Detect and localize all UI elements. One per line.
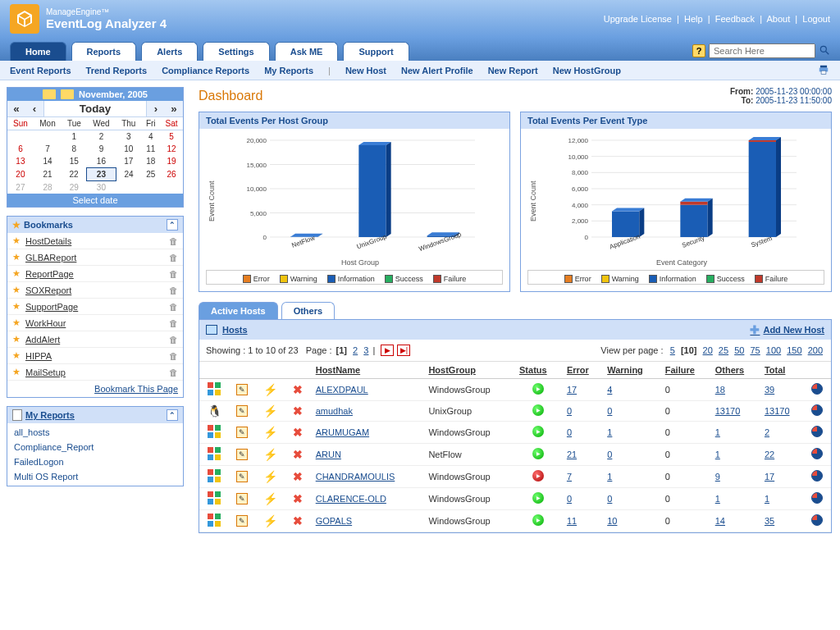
delete-icon[interactable]: ✖	[293, 404, 303, 418]
warning-count[interactable]: 1	[607, 427, 612, 437]
cal-day[interactable]: 8	[62, 143, 87, 155]
cal-day[interactable]: 10	[116, 143, 141, 155]
edit-icon[interactable]: ✎	[236, 515, 248, 527]
tab-reports[interactable]: Reports	[71, 42, 137, 61]
subnav-event-reports[interactable]: Event Reports	[10, 66, 71, 75]
total-count[interactable]: 2	[765, 427, 769, 437]
tab-support[interactable]: Support	[343, 42, 409, 61]
pie-icon[interactable]	[811, 383, 823, 395]
col-hostgroup[interactable]: HostGroup	[428, 365, 475, 375]
host-link[interactable]: CLARENCE-OLD	[316, 494, 386, 504]
cal-next[interactable]: ›	[147, 101, 165, 116]
page-link[interactable]: 3	[363, 345, 368, 355]
bolt-icon[interactable]: ⚡	[263, 448, 277, 461]
cal-day[interactable]: 24	[116, 168, 141, 181]
subnav-new-host[interactable]: New Host	[345, 66, 386, 75]
cal-day[interactable]: 21	[34, 168, 62, 181]
subnav-my-reports[interactable]: My Reports	[264, 66, 313, 75]
view-option[interactable]: 50	[734, 345, 744, 355]
search-input[interactable]	[709, 43, 815, 58]
search-icon[interactable]	[819, 44, 830, 57]
last-page-icon[interactable]: ▶|	[397, 345, 410, 356]
cal-day[interactable]: 5	[160, 130, 183, 144]
cal-day[interactable]	[7, 130, 34, 144]
top-link-about[interactable]: About	[767, 14, 791, 24]
bookmark-link-hostdetails[interactable]: HostDetails	[25, 236, 169, 246]
subnav-compliance-reports[interactable]: Compliance Reports	[162, 66, 249, 75]
cal-day[interactable]: 17	[116, 155, 141, 168]
trash-icon[interactable]: 🗑	[169, 302, 178, 312]
warning-count[interactable]: 10	[607, 516, 617, 526]
collapse-icon[interactable]: ⌃	[167, 409, 178, 421]
cal-first[interactable]: «	[7, 101, 25, 116]
bookmark-link-reportpage[interactable]: ReportPage	[25, 269, 169, 279]
bolt-icon[interactable]: ⚡	[263, 492, 277, 505]
error-count[interactable]: 11	[567, 516, 577, 526]
total-count[interactable]: 22	[765, 450, 774, 459]
trash-icon[interactable]: 🗑	[169, 318, 178, 328]
report-link-failedlogon[interactable]: FailedLogon	[7, 454, 183, 469]
report-link-all_hosts[interactable]: all_hosts	[7, 425, 183, 440]
view-option[interactable]: 5	[670, 345, 675, 355]
cal-day[interactable]: 1	[62, 130, 87, 144]
col-error[interactable]: Error	[567, 365, 589, 375]
report-link-multi-os-report[interactable]: Multi OS Report	[7, 469, 183, 484]
warning-count[interactable]: 0	[607, 494, 612, 504]
trash-icon[interactable]: 🗑	[169, 253, 178, 262]
cal-day[interactable]: 9	[87, 143, 116, 155]
cal-day[interactable]	[160, 181, 183, 194]
cal-day[interactable]: 19	[160, 155, 183, 168]
cal-day[interactable]: 30	[87, 181, 116, 194]
bolt-icon[interactable]: ⚡	[263, 426, 277, 439]
bookmark-link-hippa[interactable]: HIPPA	[25, 351, 169, 361]
cal-day[interactable]	[116, 181, 141, 194]
edit-icon[interactable]: ✎	[236, 471, 248, 482]
delete-icon[interactable]: ✖	[293, 470, 303, 483]
others-count[interactable]: 1	[715, 494, 720, 504]
cal-today[interactable]: Today	[43, 101, 147, 116]
pie-icon[interactable]	[811, 404, 823, 416]
cal-day[interactable]: 20	[7, 168, 34, 181]
cal-prev[interactable]: ‹	[25, 101, 43, 116]
bolt-icon[interactable]: ⚡	[263, 470, 277, 483]
edit-icon[interactable]: ✎	[236, 493, 248, 504]
delete-icon[interactable]: ✖	[293, 448, 303, 461]
col-total[interactable]: Total	[765, 365, 785, 375]
delete-icon[interactable]: ✖	[293, 383, 303, 396]
others-count[interactable]: 9	[715, 472, 720, 482]
bolt-icon[interactable]: ⚡	[263, 514, 277, 527]
collapse-icon[interactable]: ⌃	[167, 219, 178, 231]
error-count[interactable]: 17	[567, 385, 577, 395]
cal-day[interactable]: 12	[160, 143, 183, 155]
cal-day[interactable]: 2	[87, 130, 116, 144]
error-count[interactable]: 0	[567, 406, 572, 416]
others-count[interactable]: 1	[715, 450, 720, 459]
bookmark-link[interactable]: Bookmark This Page	[94, 384, 178, 394]
page-link[interactable]: 2	[353, 345, 358, 355]
bookmark-link-soxreport[interactable]: SOXReport	[25, 285, 169, 295]
trash-icon[interactable]: 🗑	[169, 335, 178, 345]
view-option[interactable]: 20	[703, 345, 713, 355]
col-warning[interactable]: Warning	[607, 365, 643, 375]
cal-day[interactable]: 15	[62, 155, 87, 168]
cal-day[interactable]: 3	[116, 130, 141, 144]
tab-home[interactable]: Home	[10, 42, 66, 61]
error-count[interactable]: 0	[567, 494, 572, 504]
cal-day[interactable]: 29	[62, 181, 87, 194]
warning-count[interactable]: 0	[607, 406, 612, 416]
bookmark-link-supportpage[interactable]: SupportPage	[25, 302, 169, 312]
total-count[interactable]: 1	[765, 494, 769, 504]
col-others[interactable]: Others	[715, 365, 744, 375]
cal-day[interactable]: 26	[160, 168, 183, 181]
tab-settings[interactable]: Settings	[203, 42, 269, 61]
cal-day[interactable]: 23	[87, 168, 116, 181]
cal-day[interactable]: 18	[141, 155, 160, 168]
subnav-new-hostgroup[interactable]: New HostGroup	[553, 66, 621, 75]
delete-icon[interactable]: ✖	[293, 492, 303, 505]
trash-icon[interactable]: 🗑	[169, 351, 178, 361]
host-link[interactable]: CHANDRAMOULIS	[316, 472, 395, 482]
total-count[interactable]: 35	[765, 516, 774, 526]
calendar-icon[interactable]	[43, 89, 56, 99]
subnav-trend-reports[interactable]: Trend Reports	[86, 66, 148, 75]
pie-icon[interactable]	[811, 470, 823, 482]
